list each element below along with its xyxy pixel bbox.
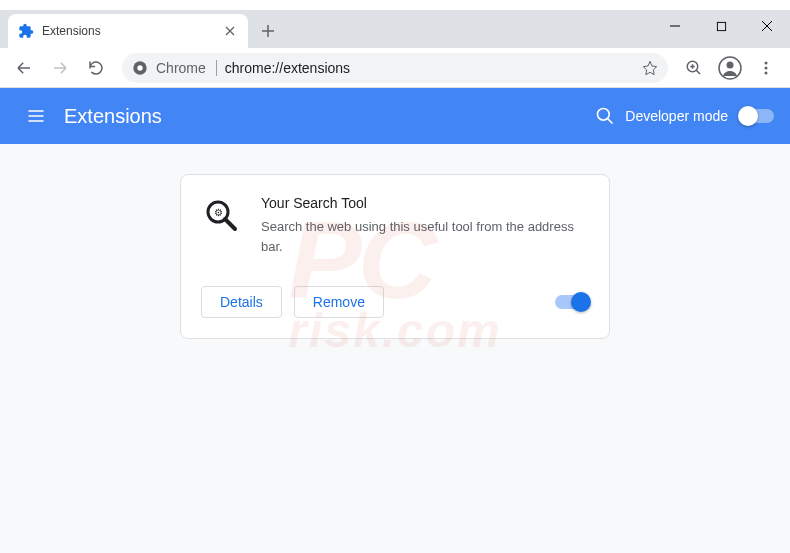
window-close-button[interactable] bbox=[744, 10, 790, 42]
url-origin-label: Chrome bbox=[156, 60, 217, 76]
svg-text:⚙: ⚙ bbox=[214, 207, 223, 218]
menu-dots-icon[interactable] bbox=[750, 52, 782, 84]
reload-button[interactable] bbox=[80, 52, 112, 84]
details-button[interactable]: Details bbox=[201, 286, 282, 318]
toggle-knob bbox=[571, 292, 591, 312]
remove-button[interactable]: Remove bbox=[294, 286, 384, 318]
chrome-icon bbox=[132, 60, 148, 76]
hamburger-menu-icon[interactable] bbox=[16, 96, 56, 136]
browser-toolbar: Chrome chrome://extensions bbox=[0, 48, 790, 88]
toggle-knob bbox=[738, 106, 758, 126]
extension-icon: ⚙ bbox=[201, 195, 241, 235]
svg-point-9 bbox=[598, 109, 610, 121]
svg-point-2 bbox=[137, 65, 142, 70]
window-controls bbox=[652, 10, 790, 42]
extension-name: Your Search Tool bbox=[261, 195, 589, 211]
svg-rect-0 bbox=[717, 22, 725, 30]
developer-mode-label: Developer mode bbox=[625, 108, 728, 124]
tab-close-button[interactable] bbox=[222, 23, 238, 39]
window-titlebar bbox=[0, 0, 790, 10]
address-bar[interactable]: Chrome chrome://extensions bbox=[122, 53, 668, 83]
extension-card: ⚙ Your Search Tool Search the web using … bbox=[180, 174, 610, 339]
profile-avatar[interactable] bbox=[714, 52, 746, 84]
window-maximize-button[interactable] bbox=[698, 10, 744, 42]
tab-title: Extensions bbox=[42, 24, 214, 38]
tab-bar: Extensions bbox=[0, 10, 790, 48]
new-tab-button[interactable] bbox=[254, 17, 282, 45]
forward-button[interactable] bbox=[44, 52, 76, 84]
svg-point-6 bbox=[765, 61, 768, 64]
back-button[interactable] bbox=[8, 52, 40, 84]
search-icon[interactable] bbox=[585, 96, 625, 136]
zoom-icon[interactable] bbox=[678, 52, 710, 84]
page-title: Extensions bbox=[64, 105, 585, 128]
bookmark-star-icon[interactable] bbox=[642, 60, 658, 76]
svg-point-7 bbox=[765, 66, 768, 69]
window-minimize-button[interactable] bbox=[652, 10, 698, 42]
extension-enable-toggle[interactable] bbox=[555, 295, 589, 309]
extension-description: Search the web using this useful tool fr… bbox=[261, 217, 589, 256]
developer-mode-toggle[interactable] bbox=[740, 109, 774, 123]
browser-tab[interactable]: Extensions bbox=[8, 14, 248, 48]
extension-puzzle-icon bbox=[18, 23, 34, 39]
svg-point-5 bbox=[727, 61, 734, 68]
svg-point-8 bbox=[765, 71, 768, 74]
url-text: chrome://extensions bbox=[225, 60, 634, 76]
extensions-content: ⚙ Your Search Tool Search the web using … bbox=[0, 144, 790, 553]
extensions-header: Extensions Developer mode bbox=[0, 88, 790, 144]
